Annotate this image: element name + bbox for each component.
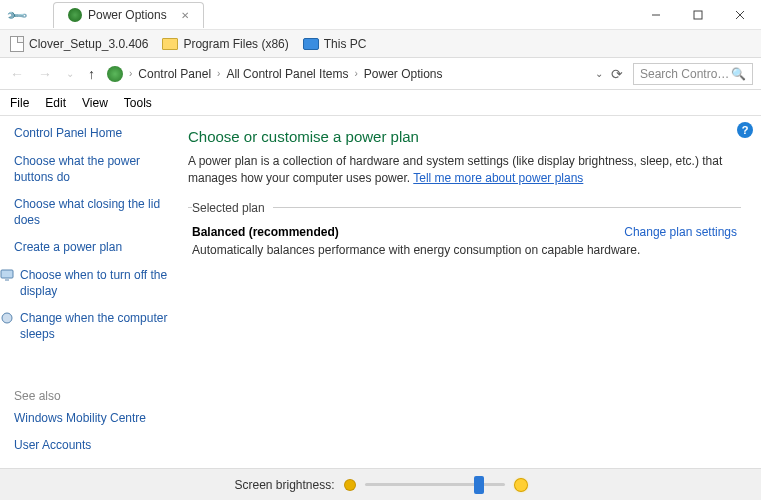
tab-close-icon[interactable]: ✕ <box>181 10 189 21</box>
tab-title: Power Options <box>88 8 167 22</box>
search-icon: 🔍 <box>731 67 746 81</box>
shortcut-bar: Clover_Setup_3.0.406 Program Files (x86)… <box>0 30 761 58</box>
shortcut-item[interactable]: This PC <box>303 37 367 51</box>
shortcut-label: This PC <box>324 37 367 51</box>
sleep-icon <box>0 311 14 325</box>
nav-row: ← → ⌄ ↑ › Control Panel › All Control Pa… <box>0 58 761 90</box>
sidebar-link[interactable]: Choose what the power buttons do <box>14 154 168 185</box>
sun-small-icon <box>345 480 355 490</box>
refresh-icon[interactable]: ⟳ <box>611 66 623 82</box>
recent-dropdown[interactable]: ⌄ <box>64 68 76 79</box>
sun-large-icon <box>515 479 527 491</box>
back-button[interactable]: ← <box>8 66 26 82</box>
learn-more-link[interactable]: Tell me more about power plans <box>413 171 583 185</box>
page-description: A power plan is a collection of hardware… <box>188 153 741 187</box>
titlebar: 🔧 Power Options ✕ <box>0 0 761 30</box>
menu-tools[interactable]: Tools <box>124 96 152 110</box>
see-also-link[interactable]: User Accounts <box>14 438 168 454</box>
breadcrumb: › Control Panel › All Control Panel Item… <box>107 66 623 82</box>
minimize-button[interactable] <box>635 1 677 29</box>
see-also: See also Windows Mobility Centre User Ac… <box>14 389 168 458</box>
browser-tab[interactable]: Power Options ✕ <box>53 2 204 28</box>
breadcrumb-item[interactable]: Power Options <box>364 67 443 81</box>
sidebar-link-label: Choose when to turn off the display <box>20 268 168 299</box>
sidebar-link-label: Change when the computer sleeps <box>20 311 168 342</box>
sidebar-link[interactable]: Change when the computer sleeps <box>0 311 168 342</box>
wrench-icon: 🔧 <box>5 3 28 26</box>
brightness-label: Screen brightness: <box>234 478 334 492</box>
file-icon <box>10 36 24 52</box>
shortcut-label: Program Files (x86) <box>183 37 288 51</box>
brightness-bar: Screen brightness: <box>0 468 761 500</box>
shortcut-item[interactable]: Program Files (x86) <box>162 37 288 51</box>
fieldset-legend: Selected plan <box>192 201 273 215</box>
control-panel-home-link[interactable]: Control Panel Home <box>14 126 168 140</box>
slider-thumb[interactable] <box>474 476 484 494</box>
plan-name: Balanced (recommended) <box>192 225 339 239</box>
menu-view[interactable]: View <box>82 96 108 110</box>
change-plan-settings-link[interactable]: Change plan settings <box>624 225 737 239</box>
svg-point-6 <box>2 313 12 323</box>
shortcut-label: Clover_Setup_3.0.406 <box>29 37 148 51</box>
control-panel-icon <box>107 66 123 82</box>
page-title: Choose or customise a power plan <box>188 128 741 145</box>
display-icon <box>0 268 14 282</box>
sidebar: Control Panel Home Choose what the power… <box>0 116 178 468</box>
folder-icon <box>162 38 178 50</box>
search-input[interactable]: Search Contro… 🔍 <box>633 63 753 85</box>
help-icon[interactable]: ? <box>737 122 753 138</box>
menu-edit[interactable]: Edit <box>45 96 66 110</box>
maximize-button[interactable] <box>677 1 719 29</box>
chevron-right-icon: › <box>217 68 220 79</box>
chevron-right-icon: › <box>354 68 357 79</box>
shortcut-item[interactable]: Clover_Setup_3.0.406 <box>10 36 148 52</box>
chevron-down-icon[interactable]: ⌄ <box>595 68 603 79</box>
svg-rect-1 <box>694 11 702 19</box>
forward-button[interactable]: → <box>36 66 54 82</box>
menu-bar: File Edit View Tools <box>0 90 761 116</box>
brightness-slider[interactable] <box>365 483 505 486</box>
menu-file[interactable]: File <box>10 96 29 110</box>
sidebar-link[interactable]: Create a power plan <box>14 240 168 256</box>
svg-rect-4 <box>1 270 13 278</box>
sidebar-link[interactable]: Choose what closing the lid does <box>14 197 168 228</box>
pc-icon <box>303 38 319 50</box>
main-panel: ? Choose or customise a power plan A pow… <box>178 116 761 468</box>
see-also-link[interactable]: Windows Mobility Centre <box>14 411 168 427</box>
breadcrumb-item[interactable]: All Control Panel Items <box>226 67 348 81</box>
sidebar-link[interactable]: Choose when to turn off the display <box>0 268 168 299</box>
search-placeholder: Search Contro… <box>640 67 729 81</box>
breadcrumb-item[interactable]: Control Panel <box>138 67 211 81</box>
window-controls <box>635 1 761 29</box>
selected-plan-group: Selected plan Balanced (recommended) Cha… <box>188 201 741 263</box>
up-button[interactable]: ↑ <box>86 66 97 82</box>
body: Control Panel Home Choose what the power… <box>0 116 761 468</box>
power-icon <box>68 8 82 22</box>
close-button[interactable] <box>719 1 761 29</box>
see-also-header: See also <box>14 389 168 403</box>
chevron-right-icon: › <box>129 68 132 79</box>
plan-description: Automatically balances performance with … <box>192 243 737 257</box>
